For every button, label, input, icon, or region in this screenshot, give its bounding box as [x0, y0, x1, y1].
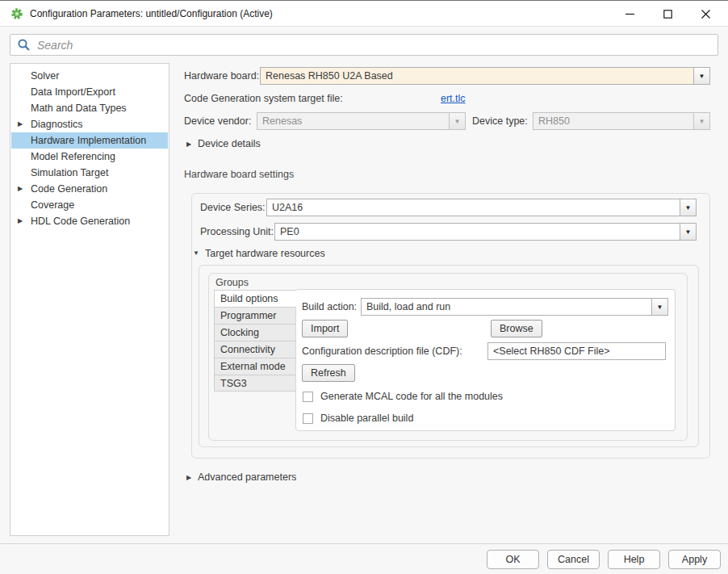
cancel-button[interactable]: Cancel — [547, 550, 600, 569]
disable-parallel-build-checkbox[interactable] — [303, 413, 313, 424]
expand-arrow-icon[interactable]: ▶ — [18, 213, 23, 229]
sidebar-item-label: Code Generation — [31, 183, 107, 195]
processing-unit-combo[interactable]: PE0 ▼ — [274, 223, 697, 241]
target-hardware-resources-toggle[interactable]: Target hardware resources — [205, 245, 325, 262]
disable-parallel-build-label: Disable parallel build — [320, 412, 413, 425]
sidebar-item-data-import-export[interactable]: Data Import/Export — [11, 84, 168, 100]
expand-arrow-icon[interactable]: ▶ — [18, 116, 23, 132]
expand-arrow-icon[interactable]: ▶ — [18, 181, 23, 197]
import-button[interactable]: Import — [302, 320, 348, 337]
sidebar-item-coverage[interactable]: Coverage — [11, 197, 168, 213]
footer-divider — [0, 543, 728, 544]
minimize-button[interactable] — [611, 1, 648, 27]
target-file-link[interactable]: ert.tlc — [441, 90, 466, 107]
hardware-board-combo[interactable]: Renesas RH850 U2A Based ▼ — [260, 67, 710, 85]
target-file-label: Code Generation system target file: — [184, 90, 343, 107]
sidebar-item-simulation-target[interactable]: Simulation Target — [11, 165, 168, 181]
expanded-triangle-icon[interactable]: ▼ — [193, 249, 199, 257]
help-button[interactable]: Help — [608, 550, 660, 569]
sidebar-tree: Solver Data Import/Export Math and Data … — [10, 63, 169, 536]
refresh-button[interactable]: Refresh — [302, 364, 355, 382]
device-type-value: RH850 — [533, 113, 693, 129]
advanced-parameters-toggle[interactable]: Advanced parameters — [198, 468, 296, 486]
chevron-down-icon: ▼ — [449, 113, 465, 129]
ok-button[interactable]: OK — [487, 550, 539, 569]
sidebar-item-label: Math and Data Types — [31, 103, 127, 114]
device-vendor-label: Device vendor: — [184, 112, 251, 130]
sidebar-item-label: HDL Code Generation — [31, 216, 130, 227]
sidebar-item-hdl-code-generation[interactable]: ▶HDL Code Generation — [11, 213, 168, 229]
sidebar-item-label: Data Import/Export — [31, 86, 115, 98]
sidebar-item-solver[interactable]: Solver — [11, 68, 168, 84]
sidebar-item-model-referencing[interactable]: Model Referencing — [11, 149, 168, 165]
tab-label: Programmer — [220, 310, 276, 321]
tab-label: TSG3 — [220, 378, 247, 389]
tab-label: Build options — [220, 293, 278, 304]
sidebar-item-label: Simulation Target — [31, 167, 108, 178]
hardware-board-value: Renesas RH850 U2A Based — [261, 68, 693, 84]
device-type-label: Device type: — [472, 112, 528, 130]
apply-button[interactable]: Apply — [668, 550, 721, 569]
processing-unit-value: PE0 — [275, 224, 680, 240]
device-details-toggle[interactable]: Device details — [198, 135, 261, 153]
sidebar-item-label: Hardware Implementation — [31, 135, 146, 146]
tab-label: Clocking — [220, 327, 259, 338]
minimize-icon — [625, 10, 634, 19]
device-vendor-value: Renesas — [257, 113, 449, 129]
close-icon — [701, 10, 710, 19]
chevron-down-icon: ▼ — [693, 113, 709, 129]
search-placeholder: Search — [37, 39, 73, 52]
tab-external-mode[interactable]: External mode — [214, 358, 296, 375]
tab-programmer[interactable]: Programmer — [214, 307, 296, 324]
maximize-button[interactable] — [649, 1, 686, 27]
chevron-down-icon[interactable]: ▼ — [680, 199, 696, 216]
groups-tab-list: Build options Programmer Clocking Connec… — [214, 290, 296, 392]
device-series-value: U2A16 — [267, 199, 680, 216]
hardware-board-label: Hardware board: — [184, 67, 259, 85]
title-bar: Configuration Parameters: untitled/Confi… — [0, 1, 728, 27]
window-title: Configuration Parameters: untitled/Confi… — [30, 8, 273, 19]
tab-tsg3[interactable]: TSG3 — [214, 375, 296, 392]
tab-build-options[interactable]: Build options — [214, 290, 297, 307]
groups-label: Groups — [215, 277, 249, 288]
generate-mcal-checkbox[interactable] — [303, 392, 313, 402]
configuration-parameters-dialog: { "window": { "title": "Configuration Pa… — [0, 0, 728, 574]
chevron-down-icon[interactable]: ▼ — [651, 299, 667, 315]
collapsed-triangle-icon[interactable]: ▶ — [186, 140, 191, 148]
sidebar-item-hardware-implementation[interactable]: Hardware Implementation — [11, 132, 168, 149]
cdf-input[interactable]: <Select RH850 CDF File> — [487, 342, 666, 360]
build-action-label: Build action: — [302, 298, 357, 316]
close-button[interactable] — [687, 1, 724, 27]
sidebar-item-label: Model Referencing — [31, 151, 115, 162]
cdf-value: <Select RH850 CDF File> — [488, 343, 665, 359]
device-type-combo: RH850 ▼ — [533, 112, 710, 130]
browse-button[interactable]: Browse — [491, 320, 542, 337]
device-series-combo[interactable]: U2A16 ▼ — [266, 199, 697, 216]
tab-label: Connectivity — [220, 344, 275, 355]
collapsed-triangle-icon[interactable]: ▶ — [186, 474, 191, 481]
processing-unit-label: Processing Unit: — [200, 223, 274, 241]
sidebar-item-diagnostics[interactable]: ▶Diagnostics — [11, 116, 168, 132]
sidebar-item-code-generation[interactable]: ▶Code Generation — [11, 181, 168, 197]
hardware-board-settings-title: Hardware board settings — [184, 169, 294, 180]
device-vendor-combo: Renesas ▼ — [257, 112, 466, 130]
app-gear-icon — [10, 7, 23, 20]
build-action-value: Build, load and run — [362, 299, 651, 315]
search-input[interactable]: Search — [10, 34, 718, 56]
generate-mcal-label: Generate MCAL code for all the modules — [320, 390, 503, 403]
sidebar-item-label: Coverage — [31, 199, 74, 211]
tab-label: External mode — [220, 361, 286, 372]
chevron-down-icon[interactable]: ▼ — [693, 68, 709, 84]
tab-clocking[interactable]: Clocking — [214, 324, 296, 341]
tab-connectivity[interactable]: Connectivity — [214, 341, 296, 358]
sidebar-item-label: Solver — [31, 70, 59, 82]
sidebar-item-label: Diagnostics — [31, 119, 83, 130]
maximize-icon — [663, 10, 672, 19]
cdf-label: Configuration description file (CDF): — [302, 342, 462, 360]
chevron-down-icon[interactable]: ▼ — [680, 224, 696, 240]
search-icon — [17, 38, 31, 52]
sidebar-item-math-and-data-types[interactable]: Math and Data Types — [11, 100, 168, 116]
device-series-label: Device Series: — [200, 199, 266, 216]
build-action-combo[interactable]: Build, load and run ▼ — [361, 298, 668, 316]
